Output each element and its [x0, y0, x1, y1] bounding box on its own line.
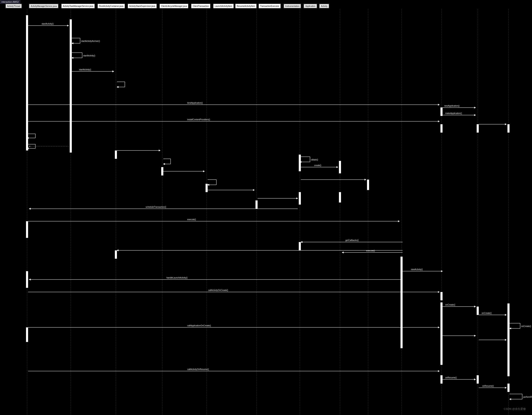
header-row: ActivityThread ActivityManagerService.ja…	[0, 3, 532, 9]
msg-label-act-self: performResume()	[523, 396, 532, 398]
activation-CT-3	[299, 242, 301, 250]
msg-label-24: onCreate()	[521, 325, 531, 327]
msg-label-2: startActivityAsUser()	[81, 40, 100, 42]
activation-ATMS-1	[115, 150, 117, 159]
msg-label-15: scheduleTransaction()	[146, 206, 166, 208]
msg-label-18: execute()	[366, 250, 375, 252]
activation-Act-2	[507, 303, 510, 376]
activation-Inst-1	[440, 108, 443, 116]
participant-Instrumentation[interactable]: Instrumentation	[284, 4, 301, 8]
msg-label-4: startActivity()	[79, 68, 91, 71]
msg-label-at-inst-2: installContentProviders()	[187, 118, 210, 121]
activation-Inst-2	[440, 124, 443, 133]
msg-label-3: startActivity()	[83, 55, 95, 57]
msg-label-19: newActivity()	[411, 268, 423, 270]
msg-label-at-inst-3: callActivityOnResume()	[187, 368, 209, 370]
msg-label-16: execute()	[187, 218, 196, 221]
participant-ClientLifecycleManager[interactable]: ClientLifecycleManager.java	[160, 4, 189, 8]
msg-label-20: handleLaunchActivity()	[166, 277, 188, 279]
activation-Act-3	[507, 384, 510, 392]
activation-AT-1	[26, 15, 28, 150]
msg-label-at-inst: bindApplication()	[187, 102, 203, 104]
activation-TE-1	[400, 257, 403, 348]
participant-Application[interactable]: Application	[304, 4, 317, 8]
activation-ASS-1	[206, 184, 208, 192]
activation-AT-4	[26, 327, 28, 342]
activation-App-1	[477, 124, 479, 133]
activation-CT-1	[299, 155, 301, 171]
participant-RootActivityContainer[interactable]: RootActivityContainer.java	[98, 4, 125, 8]
participant-ActivityTaskManagerService[interactable]: ActivityTaskManagerService.java	[61, 4, 95, 8]
msg-label-22: onCreate()	[445, 304, 455, 306]
msg-label-inst-1: newApplication()	[444, 105, 460, 107]
msg-label-23: onCreate()	[482, 312, 492, 314]
activation-AT-2	[26, 221, 28, 238]
activation-Inst-4	[440, 302, 443, 365]
msg-label-inst-2: makeApplication()	[445, 112, 462, 115]
activation-AT-3	[26, 271, 28, 288]
msg-label-21: callActivityOnCreate()	[208, 289, 228, 291]
activation-LAI-1	[339, 161, 341, 173]
msg-label-1: startActivity()	[42, 23, 54, 25]
participant-ResumeActivityItem[interactable]: ResumeActivityItem	[235, 4, 256, 8]
participant-Activity[interactable]: Activity	[319, 4, 329, 8]
msg-label-13: create()	[314, 164, 321, 166]
activation-AMS-1	[70, 19, 72, 153]
activation-App-3	[477, 375, 479, 384]
sequence-diagram: startActivity() startActivityAsUser() st…	[0, 9, 532, 415]
participant-ClientTransaction[interactable]: ClientTransaction	[191, 4, 210, 8]
title-bar: interaction AMS2	[0, 0, 20, 4]
participant-TransactionExecutor[interactable]: TransactionExecutor	[259, 4, 280, 8]
diagram-title: interaction AMS2	[1, 1, 19, 3]
msg-label-26: callApplicationOnCreate()	[187, 324, 211, 327]
activation-RAC-1	[161, 167, 163, 175]
participant-ActivityThread[interactable]: ActivityThread	[5, 4, 22, 8]
watermark: CSDN @余生爱修	[504, 407, 526, 411]
msg-label-17: getCallbacks()	[345, 239, 359, 241]
activation-CT-2	[299, 192, 301, 205]
activation-Inst-5	[440, 375, 443, 384]
msg-label-inst-app-2: onResume()	[445, 376, 457, 379]
activation-Inst-3	[440, 292, 443, 300]
activation-RAI-1	[367, 180, 369, 190]
msg-label-app-act-2: onResume()	[482, 385, 494, 387]
msg-label-12: obtain()	[311, 159, 318, 161]
activation-CLM-1	[256, 200, 257, 209]
participant-ActivityStackSupervisor[interactable]: ActivityStackSupervisor.java	[128, 4, 157, 8]
activation-LAI-2	[339, 192, 341, 203]
activation-App-2	[477, 307, 479, 315]
activation-ATMS-2	[115, 250, 117, 259]
activation-Act-1	[507, 124, 510, 133]
participant-ActivityManagerService[interactable]: ActivityManagerService.java	[29, 4, 58, 8]
participant-LaunchActivityItem[interactable]: LaunchActivityItem	[213, 4, 234, 8]
